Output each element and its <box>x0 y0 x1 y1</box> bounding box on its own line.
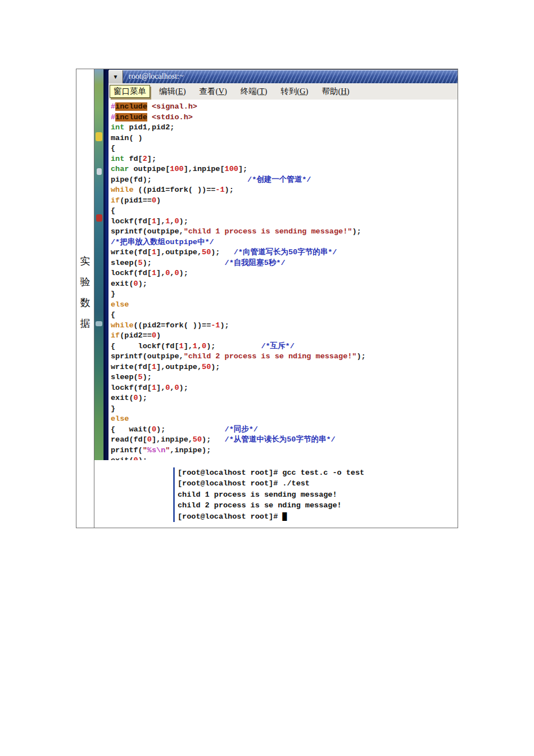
text-segment: # <box>111 113 115 122</box>
text-segment: (pid2== <box>120 331 152 340</box>
code-line: { <box>111 206 458 217</box>
terminal-window: ▼ root@localhost:~ 窗口菜单 编辑(E)查看(V)终端(T)转… <box>103 69 458 460</box>
text-segment: { <box>111 144 115 152</box>
text-segment: lockf(fd[ <box>111 217 152 226</box>
text-segment: 100 <box>225 165 238 173</box>
code-line: sprintf(outpipe,"child 1 process is send… <box>111 227 458 237</box>
text-segment: { wait( <box>111 425 152 434</box>
text-segment: } <box>111 290 115 298</box>
text-segment: if <box>111 331 120 340</box>
text-segment: 0 <box>134 280 138 288</box>
text-segment: 100 <box>170 165 183 173</box>
code-line: if(pid1==0) <box>111 196 458 206</box>
code-line: { wait(0); /*同步*/ <box>111 425 458 435</box>
menu-item[interactable]: 帮助(H) <box>322 85 349 98</box>
chevron-down-icon: ▼ <box>113 74 119 80</box>
text-segment: ); <box>179 384 188 392</box>
text-segment: ); <box>156 425 165 434</box>
code-line: pipe(fd); /*创建一个管道*/ <box>111 175 458 186</box>
text-segment: ],outpipe, <box>156 363 202 371</box>
text-segment: 50 <box>193 435 202 444</box>
terminal-output-line: [root@localhost root]# ./test <box>178 478 364 489</box>
text-segment: E <box>178 87 183 96</box>
text-segment: lockf(fd[ <box>111 384 152 392</box>
desktop-icon-fragment <box>96 132 102 141</box>
text-segment: ); <box>138 456 147 460</box>
text-segment: ); <box>138 280 147 288</box>
text-segment: 1 <box>179 342 184 350</box>
code-line: exit(0); <box>111 456 458 460</box>
text-segment: write(fd[ <box>111 248 152 256</box>
code-line: main( ) <box>111 133 458 144</box>
menu-item[interactable]: 转到(G) <box>280 85 308 98</box>
document-page: 实验数据 ▼ root@localhost:~ 窗口菜单 编辑(E)查看(V)终… <box>0 0 534 756</box>
text-segment: child 2 process is se nding message! <box>178 501 342 510</box>
text-segment <box>215 342 261 350</box>
sidebar-label-char: 据 <box>80 318 90 328</box>
text-segment <box>165 425 224 434</box>
text-segment: } <box>111 404 115 413</box>
text-segment: , <box>197 342 202 350</box>
text-segment: outpipe[ <box>129 165 170 173</box>
text-segment: 0 <box>174 217 179 226</box>
code-line: while((pid2=fork( ))==-1); <box>111 321 458 331</box>
text-segment: 1 <box>152 248 156 256</box>
text-segment: ], <box>156 384 165 392</box>
text-segment: write(fd[ <box>111 363 152 371</box>
sidebar-vertical-label: 实验数据 <box>77 256 93 328</box>
window-menu-button[interactable]: ▼ <box>108 70 123 83</box>
text-segment: ((pid2=fork( ))== <box>134 321 211 330</box>
text-segment: ); <box>179 217 188 226</box>
text-segment: 查看( <box>200 87 219 96</box>
code-line: char outpipe[100],inpipe[100]; <box>111 164 458 175</box>
text-segment: ); <box>202 435 211 444</box>
text-segment: int <box>111 123 124 132</box>
menu-item-window-menu[interactable]: 窗口菜单 <box>110 85 150 98</box>
window-titlebar: ▼ root@localhost:~ <box>108 70 458 84</box>
text-segment: while <box>111 186 134 194</box>
menu-item[interactable]: 终端(T) <box>241 85 268 98</box>
code-line: else <box>111 414 458 425</box>
text-segment: 帮助( <box>322 87 341 96</box>
text-segment: 1 <box>193 342 197 350</box>
text-segment: if <box>111 196 120 205</box>
text-segment: /*同步*/ <box>225 425 258 434</box>
text-segment: read(fd[ <box>111 435 147 444</box>
code-line: sleep(5); <box>111 372 458 383</box>
text-segment: main( ) <box>111 134 143 142</box>
terminal-output-block: [root@localhost root]# gcc test.c -o tes… <box>173 467 364 522</box>
text-segment: { <box>111 310 115 319</box>
text-segment: " <box>143 446 147 454</box>
text-segment: ], <box>156 269 165 277</box>
text-segment: 0 <box>152 196 156 205</box>
text-segment: sprintf(outpipe, <box>111 352 184 361</box>
desktop-background-sliver <box>94 69 103 460</box>
text-segment: 1 <box>152 384 156 392</box>
text-segment: else <box>111 300 129 309</box>
terminal-window-screenshot: ▼ root@localhost:~ 窗口菜单 编辑(E)查看(V)终端(T)转… <box>94 69 458 460</box>
menu-bar: 窗口菜单 编辑(E)查看(V)终端(T)转到(G)帮助(H) <box>108 83 458 100</box>
text-segment: G <box>300 87 305 96</box>
text-segment: 0 <box>134 394 138 402</box>
text-segment: int <box>111 155 124 163</box>
cursor-block-icon: █ <box>282 512 287 521</box>
text-segment: V <box>218 87 224 96</box>
text-segment: ); <box>206 342 215 350</box>
code-line: #include <signal.h> <box>111 102 458 112</box>
menu-item[interactable]: 编辑(E) <box>159 85 186 98</box>
text-segment: 5 <box>138 259 143 267</box>
text-segment: pid1,pid2; <box>124 123 174 132</box>
terminal-output-line: [root@localhost root]# gcc test.c -o tes… <box>178 467 364 478</box>
code-line: read(fd[0],inpipe,50); /*从管道中读长为50字节的串*/ <box>111 435 458 446</box>
text-segment: ],outpipe, <box>156 248 202 256</box>
text-segment: { lockf(fd[ <box>111 342 179 350</box>
text-segment: ) <box>306 87 309 96</box>
code-line: lockf(fd[1],0,0); <box>111 268 458 279</box>
text-segment: ); <box>138 394 147 402</box>
sidebar-label-char: 验 <box>80 277 90 287</box>
menu-item[interactable]: 查看(V) <box>200 85 227 98</box>
code-line: exit(0); <box>111 279 458 290</box>
desktop-icon-fragment <box>96 214 102 222</box>
terminal-code-area[interactable]: #include <signal.h>#include <stdio.h>int… <box>108 100 458 460</box>
code-line: #include <stdio.h> <box>111 112 458 123</box>
